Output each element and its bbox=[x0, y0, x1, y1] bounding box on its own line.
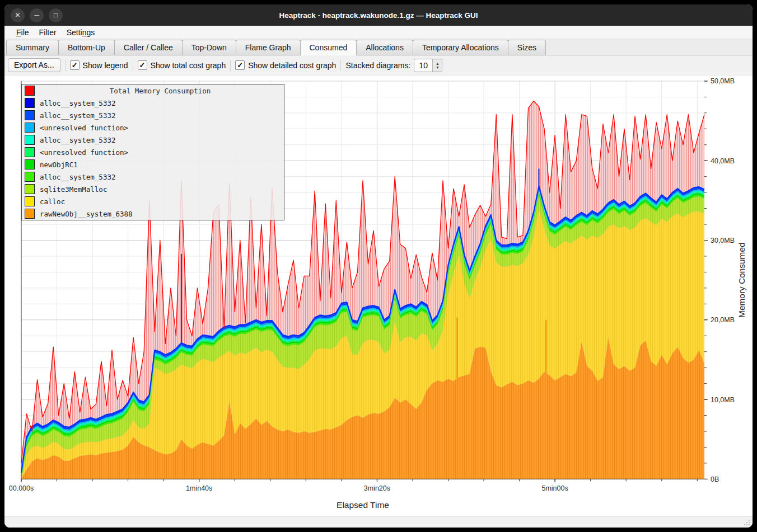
tab-temporary-allocations[interactable]: Temporary Allocations bbox=[413, 40, 508, 55]
tab-sizes[interactable]: Sizes bbox=[508, 40, 546, 55]
app-window: ✕ ─ □ Heaptrack - heaptrack.wakunode.1.g… bbox=[4, 4, 753, 528]
legend-item: <unresolved function> bbox=[22, 121, 284, 134]
legend-label: alloc__system_5332 bbox=[40, 136, 115, 144]
legend-label: alloc__system_5332 bbox=[40, 111, 115, 120]
close-icon[interactable]: ✕ bbox=[11, 8, 25, 22]
legend-swatch-total bbox=[25, 86, 35, 96]
legend-item: newObjRC1 bbox=[22, 158, 284, 171]
legend-swatch bbox=[25, 209, 35, 219]
legend-item: alloc__system_5332 bbox=[22, 134, 284, 146]
menu-settings[interactable]: Settings bbox=[62, 27, 100, 37]
menu-bar: File Filter Settings bbox=[4, 26, 753, 39]
show-legend-label: Show legend bbox=[83, 61, 128, 70]
legend-item: alloc__system_5332 bbox=[22, 97, 284, 109]
legend-label: <unresolved function> bbox=[40, 124, 128, 132]
y-tick-label: 50,0MB bbox=[711, 77, 735, 85]
legend-swatch bbox=[25, 147, 35, 157]
legend-swatch bbox=[25, 123, 35, 133]
legend-swatch bbox=[25, 159, 35, 170]
legend-item: <unresolved function> bbox=[22, 146, 284, 158]
checkbox-check-icon: ✓ bbox=[70, 60, 80, 70]
show-detailed-cost-label: Show detailed cost graph bbox=[248, 61, 336, 70]
window-controls: ✕ ─ □ bbox=[11, 8, 63, 22]
legend-item: alloc__system_5332 bbox=[22, 109, 284, 121]
legend-label: alloc__system_5332 bbox=[40, 99, 115, 107]
legend-item: sqlite3MemMalloc bbox=[22, 183, 284, 195]
y-tick-label: 30,0MB bbox=[711, 237, 735, 244]
tab-allocations[interactable]: Allocations bbox=[356, 40, 413, 55]
x-axis-title: Elapsed Time bbox=[337, 500, 389, 510]
legend-swatch bbox=[25, 196, 35, 206]
export-as-button[interactable]: Export As... bbox=[8, 58, 60, 72]
legend-swatch bbox=[25, 184, 35, 194]
legend-swatch bbox=[25, 110, 35, 120]
legend-item: rawNewObj__system_6388 bbox=[22, 208, 284, 220]
toolbar-separator bbox=[133, 60, 133, 71]
legend-label: alloc__system_5332 bbox=[40, 173, 115, 181]
legend-item: calloc bbox=[22, 195, 284, 208]
x-tick-label: 00.000s bbox=[9, 484, 34, 492]
legend-swatch bbox=[25, 98, 35, 108]
legend-item: alloc__system_5332 bbox=[22, 171, 284, 183]
menu-file[interactable]: File bbox=[11, 27, 34, 37]
status-bar bbox=[4, 516, 753, 528]
toolbar-separator bbox=[230, 60, 231, 71]
legend-label: sqlite3MemMalloc bbox=[40, 185, 107, 194]
stacked-diagrams-value[interactable]: 10 bbox=[414, 59, 432, 72]
tab-consumed[interactable]: Consumed bbox=[300, 40, 357, 55]
x-tick-label: 5min00s bbox=[542, 484, 568, 492]
stacked-diagrams-group: Stacked diagrams: 10 ▲ ▼ bbox=[345, 59, 442, 72]
legend-swatch bbox=[25, 135, 35, 145]
toolbar-separator bbox=[340, 60, 341, 71]
x-tick-label: 3min20s bbox=[364, 484, 390, 492]
legend-label: newObjRC1 bbox=[40, 161, 78, 169]
legend-label: calloc bbox=[40, 197, 65, 206]
title-bar: ✕ ─ □ Heaptrack - heaptrack.wakunode.1.g… bbox=[4, 4, 753, 26]
maximize-icon[interactable]: □ bbox=[49, 8, 63, 22]
spinner-up-icon[interactable]: ▲ bbox=[436, 62, 440, 65]
resize-grip[interactable] bbox=[743, 519, 750, 526]
legend-title-row: Total Memory Consumption bbox=[22, 84, 284, 97]
show-total-cost-label: Show total cost graph bbox=[151, 61, 226, 70]
tab-top-down[interactable]: Top-Down bbox=[182, 40, 236, 55]
y-tick-label: 40,0MB bbox=[711, 157, 735, 165]
tab-summary[interactable]: Summary bbox=[6, 40, 59, 55]
tab-bottom-up[interactable]: Bottom-Up bbox=[58, 40, 115, 55]
checkbox-check-icon: ✓ bbox=[235, 60, 245, 70]
y-tick-label: 20,0MB bbox=[711, 316, 735, 324]
y-tick-label: 0B bbox=[711, 475, 719, 483]
spinner-buttons: ▲ ▼ bbox=[432, 59, 442, 72]
show-total-cost-checkbox[interactable]: ✓ Show total cost graph bbox=[138, 60, 226, 70]
toolbar-separator bbox=[65, 60, 66, 71]
legend-swatch bbox=[25, 172, 35, 182]
tab-flame-graph[interactable]: Flame Graph bbox=[236, 40, 301, 55]
legend-title: Total Memory Consumption bbox=[36, 87, 284, 95]
checkbox-check-icon: ✓ bbox=[138, 60, 147, 70]
show-legend-checkbox[interactable]: ✓ Show legend bbox=[70, 60, 128, 70]
y-tick-label: 10,0MB bbox=[711, 396, 735, 404]
stacked-diagrams-spinner[interactable]: 10 ▲ ▼ bbox=[414, 59, 442, 72]
legend-label: <unresolved function> bbox=[40, 148, 128, 157]
legend-label: rawNewObj__system_6388 bbox=[40, 210, 133, 218]
x-tick-label: 1min40s bbox=[186, 484, 212, 492]
window-title: Heaptrack - heaptrack.wakunode.1.gz — He… bbox=[4, 11, 753, 20]
memory-consumed-chart[interactable]: 00.000s1min40s3min20s5min00s0B10,0MB20,0… bbox=[4, 76, 753, 516]
spinner-down-icon[interactable]: ▼ bbox=[436, 65, 440, 69]
tab-bar: Summary Bottom-Up Caller / Callee Top-Do… bbox=[4, 39, 753, 55]
y-axis-title: Memory Consumed bbox=[737, 242, 746, 318]
menu-filter[interactable]: Filter bbox=[34, 27, 62, 37]
stacked-diagrams-label: Stacked diagrams: bbox=[345, 61, 410, 70]
chart-legend: Total Memory Consumption alloc__system_5… bbox=[21, 84, 284, 220]
toolbar: Export As... ✓ Show legend ✓ Show total … bbox=[4, 55, 753, 76]
minimize-icon[interactable]: ─ bbox=[30, 8, 44, 22]
show-detailed-cost-checkbox[interactable]: ✓ Show detailed cost graph bbox=[235, 60, 336, 70]
tab-caller-callee[interactable]: Caller / Callee bbox=[114, 40, 183, 55]
